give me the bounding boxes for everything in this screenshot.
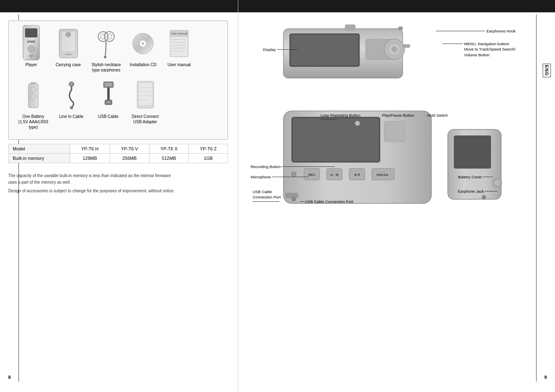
menu-nav-text: MENU, Navigation button/Move to Track/Sp… <box>464 41 516 58</box>
svg-point-17 <box>142 42 144 45</box>
microphone-text: Microphone <box>251 175 271 179</box>
table-cell: YP-T6 H <box>70 144 110 154</box>
svg-point-75 <box>482 195 486 199</box>
menu-nav-label: MENU, Navigation button/Move to Track/Sp… <box>442 41 516 58</box>
svg-rect-57 <box>293 118 379 161</box>
line-cable-label: Line In Cable <box>59 114 83 119</box>
list-item: Stylish necklacetype earphones <box>89 27 124 73</box>
svg-point-51 <box>392 47 397 52</box>
play-pause-text: Play/Pause Button <box>382 113 414 118</box>
list-item: Carrying case <box>50 27 87 67</box>
table-cell: 1GB <box>189 154 228 163</box>
page-number-right: 9 <box>544 375 547 380</box>
battery-cover-text: Battery Cover <box>458 175 482 179</box>
table-cell: Built-in memory <box>9 154 70 163</box>
specs-table: Model YP-T6 H YP-T6 V YP-T6 X YP-T6 Z Bu… <box>8 144 228 163</box>
earphone-jack-text: Earphone Jack <box>458 189 484 194</box>
svg-rect-9 <box>65 54 71 55</box>
battery-icon <box>19 79 48 112</box>
list-item: User manual User manual <box>163 27 196 67</box>
table-cell: YP-T6 Z <box>189 144 228 154</box>
svg-rect-27 <box>28 84 38 108</box>
note-text: The capacity of the useable built-in mem… <box>8 173 228 179</box>
line-cable-icon <box>57 79 86 112</box>
svg-point-3 <box>28 46 35 52</box>
right-page: ENG <box>238 0 555 392</box>
player-label: Player <box>25 62 37 67</box>
usb-port-label: USB CableConnection Port <box>253 189 281 202</box>
manual-icon: User manual <box>165 27 193 60</box>
svg-rect-53 <box>345 25 355 30</box>
accessories-box: yepp Player <box>8 21 228 140</box>
eng-label: ENG <box>543 64 551 77</box>
svg-text:REC: REC <box>309 173 315 177</box>
list-item: yepp Player <box>15 27 48 67</box>
earphone-label: Stylish necklacetype earphones <box>92 62 121 73</box>
earphone-icon <box>92 27 121 60</box>
display-label: Display <box>263 47 297 52</box>
table-cell: 128MB <box>70 154 110 163</box>
table-cell: YP-T6 V <box>110 144 149 154</box>
svg-text:A→B: A→B <box>330 173 339 177</box>
table-cell: 512MB <box>149 154 189 163</box>
svg-rect-54 <box>398 27 403 30</box>
earphones-hook-text: Earphones Hook <box>486 29 516 33</box>
svg-rect-26 <box>30 82 36 84</box>
carrying-case-label: Carrying case <box>55 62 81 67</box>
page-number-left: 8 <box>8 375 11 380</box>
earphones-hook-label: Earphones Hook <box>436 29 516 33</box>
note-text: Design of accessories is subject to chan… <box>8 188 228 194</box>
battery-cover-label: Battery Cover <box>458 175 493 179</box>
left-page: yepp Player <box>0 0 238 392</box>
svg-rect-47 <box>291 35 358 65</box>
earphone-jack-label: Earphone Jack <box>458 189 497 194</box>
svg-point-31 <box>70 83 73 85</box>
svg-point-74 <box>494 180 500 186</box>
list-item: Line In Cable <box>54 79 89 119</box>
left-header-bar <box>0 0 238 12</box>
display-text: Display <box>263 47 276 52</box>
direct-connect-icon <box>131 79 160 112</box>
svg-point-14 <box>104 56 106 58</box>
svg-rect-69 <box>286 193 298 198</box>
svg-rect-40 <box>138 83 152 105</box>
list-item: Direct ConnectUSB Adapter <box>128 79 163 125</box>
usb-cable-label: USB Cable <box>98 114 118 119</box>
battery-label: One Battery(1.5V AAA/LR03 type) <box>15 114 52 130</box>
top-device-diagram: Display Earphones Hook MENU, Navigation … <box>263 21 518 92</box>
usb-cable-icon <box>94 79 123 112</box>
direct-connect-label: Direct ConnectUSB Adapter <box>131 114 159 125</box>
enc-jack-text: USB Cable Connection Port <box>305 199 353 204</box>
svg-rect-72 <box>454 136 491 168</box>
svg-point-8 <box>67 33 69 36</box>
svg-text:HOLD►: HOLD► <box>377 173 389 177</box>
hold-switch-text: Hold Switch <box>427 113 448 118</box>
loop-repeating-text: Loop Repeating Button <box>320 113 360 118</box>
note-text: uses a part of the memory as well. <box>8 179 228 186</box>
table-row: Model YP-T6 H YP-T6 V YP-T6 X YP-T6 Z <box>9 144 228 154</box>
usb-port-text: USB CableConnection Port <box>253 189 281 199</box>
table-cell: 256MB <box>110 154 149 163</box>
cd-icon <box>129 27 158 60</box>
table-cell: Model <box>9 144 70 154</box>
loop-repeating-label: Loop Repeating Button <box>320 113 360 118</box>
microphone-label: Microphone <box>251 175 309 179</box>
svg-point-70 <box>292 197 296 201</box>
enc-jack-label: USB Cable Connection Port <box>300 199 353 204</box>
svg-rect-35 <box>105 83 112 86</box>
svg-rect-1 <box>25 28 37 37</box>
svg-text:yepp: yepp <box>27 39 35 43</box>
svg-rect-58 <box>384 121 405 142</box>
svg-point-13 <box>107 34 112 39</box>
manual-label: User manual <box>168 62 191 67</box>
list-item: One Battery(1.5V AAA/LR03 type) <box>15 79 52 130</box>
svg-text:User manual: User manual <box>171 32 187 35</box>
svg-point-33 <box>70 106 73 109</box>
cd-label: Installation CD <box>130 62 157 67</box>
device-front-svg: REC A→B ►II HOLD► <box>251 109 546 212</box>
notes-section: The capacity of the useable built-in mem… <box>8 173 228 194</box>
table-cell: YP-T6 X <box>149 144 189 154</box>
player-icon: yepp <box>17 27 46 60</box>
list-item: USB Cable <box>91 79 126 119</box>
table-row: Built-in memory 128MB 256MB 512MB 1GB <box>9 154 228 163</box>
